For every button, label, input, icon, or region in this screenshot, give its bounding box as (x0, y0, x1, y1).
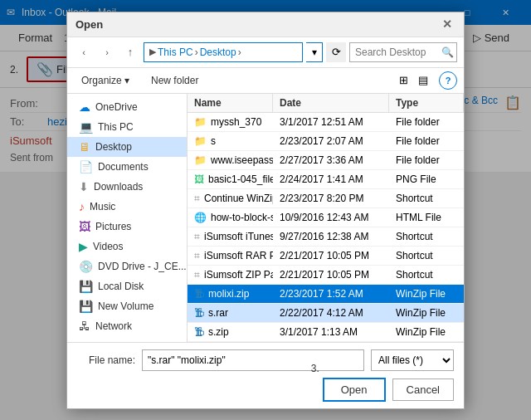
file-list: Name Date Type 📁 myssh_370 3/1/2017 12:5… (188, 94, 464, 342)
file-icon: 🗜 (194, 326, 204, 338)
file-icon: 🗜 (194, 288, 204, 300)
file-name-cell: 🗜 molixi.zip (188, 285, 273, 303)
file-type-cell: WinZip File (389, 323, 464, 341)
file-browser-toolbar: Organize ▾ New folder ⊞ ▤ ? (67, 68, 464, 94)
sidebar-item-local-disk[interactable]: 💾Local Disk (67, 276, 187, 296)
file-row[interactable]: 🗜 s.zip 3/1/2017 1:13 AM WinZip File (188, 323, 464, 342)
sidebar-icon: ⬇ (79, 180, 89, 193)
filename-input[interactable] (142, 349, 364, 371)
sidebar-item-documents[interactable]: 📄Documents (67, 157, 187, 177)
sidebar-item-pictures[interactable]: 🖼Pictures (67, 217, 187, 237)
file-name: s.rar (208, 307, 228, 319)
sidebar-label: Local Disk (98, 281, 144, 292)
file-row[interactable]: ⌗ iSumsoft ZIP Passw... 2/21/2017 10:05 … (188, 266, 464, 285)
refresh-button[interactable]: ⟳ (326, 42, 346, 62)
forward-button[interactable]: › (97, 42, 117, 62)
file-row[interactable]: 📁 s 2/23/2017 2:07 AM File folder (188, 132, 464, 151)
file-type-cell: WinZip File (389, 285, 464, 303)
sidebar-icon: 🖼 (79, 220, 90, 233)
up-button[interactable]: ↑ (120, 42, 140, 62)
sidebar-icon: 🖥 (79, 140, 90, 154)
file-row[interactable]: 📁 myssh_370 3/1/2017 12:51 AM File folde… (188, 113, 464, 132)
sidebar-label: Downloads (94, 181, 143, 193)
sidebar-item-music[interactable]: ♪Music (67, 197, 187, 217)
file-date-cell: 2/21/2017 10:05 PM (273, 266, 389, 284)
search-input[interactable] (355, 46, 438, 58)
file-date-cell: 2/23/2017 1:52 AM (273, 285, 389, 303)
file-icon: ⌗ (194, 193, 200, 204)
file-name-cell: 🗜 s.zip (188, 323, 273, 341)
dialog-close-button[interactable]: ✕ (439, 16, 455, 32)
file-row[interactable]: 🗜 molixi.zip 2/23/2017 1:52 AM WinZip Fi… (188, 285, 464, 304)
sidebar-item-downloads[interactable]: ⬇Downloads (67, 177, 187, 197)
file-row[interactable]: 🖼 basic1-045_file_zip_... 2/24/2017 1:41… (188, 170, 464, 189)
grid-view-button[interactable]: ⊞ (394, 71, 412, 90)
file-row[interactable]: ⌗ iSumsoft iTunes Pa... 9/27/2016 12:38 … (188, 227, 464, 247)
file-date-cell: 2/22/2017 4:12 AM (273, 304, 389, 322)
col-type[interactable]: Type (389, 94, 464, 112)
search-box[interactable]: 🔍 (349, 42, 457, 62)
filename-row: File name: All files (*) (77, 349, 454, 371)
filetype-select[interactable]: All files (*) (371, 349, 454, 371)
file-icon: 📁 (194, 116, 207, 128)
address-path[interactable]: ▶ This PC › Desktop › (144, 42, 303, 62)
step3-label: 3. (311, 363, 319, 374)
sidebar-icon: 💻 (79, 120, 93, 134)
file-name-cell: ⌗ iSumsoft iTunes Pa... (188, 227, 273, 246)
file-name-cell: ⌗ iSumsoft ZIP Passw... (188, 266, 273, 284)
list-view-button[interactable]: ▤ (414, 71, 432, 90)
file-type-cell: PNG File (389, 170, 464, 188)
path-desktop[interactable]: Desktop (200, 46, 236, 58)
sidebar-item-desktop[interactable]: 🖥Desktop (67, 137, 187, 157)
new-folder-button[interactable]: New folder (144, 71, 206, 90)
help-button[interactable]: ? (439, 71, 457, 90)
file-row[interactable]: ⌗ Continue WinZip In... 2/23/2017 8:20 P… (188, 189, 464, 208)
cancel-button[interactable]: Cancel (392, 378, 454, 401)
file-row[interactable]: ⌗ iSumsoft RAR Pass... 2/21/2017 10:05 P… (188, 247, 464, 266)
file-name: basic1-045_file_zip_... (208, 173, 273, 185)
dialog-title-text: Open (76, 18, 103, 31)
file-name-cell: ⌗ Continue WinZip In... (188, 189, 273, 208)
file-type-cell: File folder (389, 151, 464, 169)
back-button[interactable]: ‹ (74, 42, 94, 62)
dialog-title-bar: Open ✕ (67, 12, 464, 37)
file-date-cell: 2/21/2017 10:05 PM (273, 247, 389, 265)
sidebar-item-this-pc[interactable]: 💻This PC (67, 117, 187, 137)
file-list-header: Name Date Type (188, 94, 464, 113)
address-bar: ‹ › ↑ ▶ This PC › Desktop › ▾ ⟳ 🔍 (67, 37, 464, 68)
sidebar-item-network[interactable]: 🖧Network (67, 316, 187, 336)
sidebar-icon: ♪ (79, 200, 85, 213)
address-dropdown-button[interactable]: ▾ (306, 42, 323, 62)
sidebar-label: OneDrive (95, 101, 138, 113)
file-date-cell: 2/23/2017 8:20 PM (273, 189, 389, 208)
sidebar-item-new-volume[interactable]: 💾New Volume (67, 296, 187, 316)
file-icon: 🌐 (194, 212, 207, 223)
open-button[interactable]: Open (323, 378, 386, 402)
file-name-cell: 🖼 basic1-045_file_zip_... (188, 170, 273, 188)
col-date[interactable]: Date (273, 94, 389, 112)
file-name-cell: ⌗ iSumsoft RAR Pass... (188, 247, 273, 265)
file-row[interactable]: 🌐 how-to-block-spa... 10/9/2016 12:43 AM… (188, 208, 464, 227)
bottom-buttons: 3. Open Cancel (77, 378, 454, 402)
file-type-cell: Shortcut (389, 189, 464, 208)
sidebar-label: Videos (93, 241, 123, 252)
sidebar-icon: ▶ (79, 240, 88, 253)
organize-button[interactable]: Organize ▾ (74, 71, 137, 90)
sidebar: ☁OneDrive💻This PC🖥Desktop📄Documents⬇Down… (67, 94, 188, 342)
file-name: iSumsoft ZIP Passw... (204, 269, 273, 281)
sidebar-item-onedrive[interactable]: ☁OneDrive (67, 97, 187, 117)
file-type-cell: HTML File (389, 208, 464, 227)
file-icon: ⌗ (194, 250, 200, 261)
file-type-cell: Shortcut (389, 247, 464, 265)
sidebar-icon: 📄 (79, 160, 93, 173)
file-name: Continue WinZip In... (204, 193, 273, 204)
col-name[interactable]: Name (188, 94, 273, 112)
sidebar-item-videos[interactable]: ▶Videos (67, 237, 187, 256)
open-btn-wrapper: 3. Open (323, 378, 386, 402)
path-this-pc[interactable]: This PC (158, 46, 193, 58)
file-row[interactable]: 🗜 s.rar 2/22/2017 4:12 AM WinZip File (188, 304, 464, 323)
file-icon: 🖼 (194, 173, 204, 185)
file-row[interactable]: 📁 www.iseepassword.... 2/27/2017 3:36 AM… (188, 151, 464, 170)
path-sep2: › (238, 46, 241, 58)
sidebar-item-dvd-drive---j_ce...[interactable]: 💿DVD Drive - J_CE... (67, 256, 187, 276)
